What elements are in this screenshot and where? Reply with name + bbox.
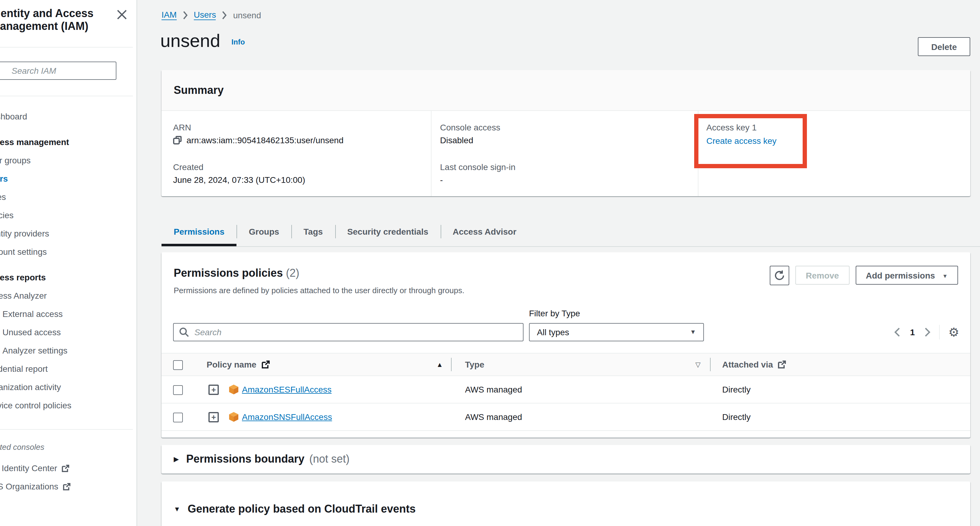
close-icon[interactable] <box>117 10 127 19</box>
column-header-policy-name[interactable]: Policy name <box>207 353 270 375</box>
tab-security-credentials[interactable]: Security credentials <box>335 218 440 246</box>
annotation-highlight: Access key 1 Create access key <box>694 114 807 168</box>
external-link-icon <box>62 482 70 490</box>
sidebar-item-unused-access[interactable]: Unused access <box>0 323 137 341</box>
type-filter-select[interactable]: All types ▼ <box>529 323 704 341</box>
created-label: Created <box>173 162 431 172</box>
sidebar-item-account-settings[interactable]: Account settings <box>0 243 137 261</box>
sidebar-search <box>0 62 116 80</box>
sidebar-item-users[interactable]: Users <box>0 170 137 188</box>
sort-ascending-icon[interactable]: ▲ <box>436 353 443 375</box>
select-all-checkbox[interactable] <box>173 360 183 370</box>
expand-right-icon[interactable]: ▶ <box>174 455 179 463</box>
generate-policy-title: Generate policy based on CloudTrail even… <box>188 502 416 515</box>
link-label: AWS Organizations <box>0 477 58 496</box>
summary-column-access-key: Access key 1 Create access key <box>698 111 970 196</box>
next-page-icon[interactable] <box>924 327 931 337</box>
sidebar-item-analyzer-settings[interactable]: Analyzer settings <box>0 341 137 360</box>
sidebar-item-organization-activity[interactable]: Organization activity <box>0 378 137 396</box>
policy-attached-via: Directly <box>722 404 751 430</box>
summary-body: ARN arn:aws:iam::905418462135:user/unsen… <box>162 111 970 196</box>
external-link-icon <box>62 464 70 472</box>
delete-button[interactable]: Delete <box>918 37 970 56</box>
sidebar-nav: Dashboard Access management User groups … <box>0 107 137 496</box>
info-link[interactable]: Info <box>232 38 245 46</box>
table-row: + AmazonSESFullAccess AWS managed Direct… <box>162 376 970 404</box>
permissions-boundary-status: (not set) <box>309 453 350 466</box>
type-filter-value: All types <box>537 327 569 337</box>
created-value: June 28, 2024, 07:33 (UTC+10:00) <box>173 175 431 185</box>
add-permissions-button[interactable]: Add permissions ▼ <box>855 266 958 284</box>
detail-tabs: Permissions Groups Tags Security credent… <box>162 218 980 247</box>
policy-link[interactable]: AmazonSNSFullAccess <box>242 404 332 430</box>
sidebar-item-roles[interactable]: Roles <box>0 188 137 206</box>
sort-none-icon[interactable]: ▽ <box>695 353 700 375</box>
sidebar-item-service-control-policies[interactable]: Service control policies <box>0 396 137 415</box>
sidebar-divider <box>0 96 133 96</box>
column-header-attached-via[interactable]: Attached via <box>722 353 786 375</box>
iam-console-page: Identity and Access Management (IAM) Das… <box>0 0 980 526</box>
remove-button[interactable]: Remove <box>795 266 849 284</box>
permissions-policies-title: Permissions policies <box>174 267 283 279</box>
tab-tags[interactable]: Tags <box>291 218 335 246</box>
console-access-label: Console access <box>440 122 698 132</box>
row-checkbox[interactable] <box>173 385 183 395</box>
column-divider <box>710 358 711 371</box>
breadcrumb-users[interactable]: Users <box>194 10 216 20</box>
sidebar-item-identity-providers[interactable]: Identity providers <box>0 224 137 243</box>
tab-permissions[interactable]: Permissions <box>162 218 237 246</box>
sidebar-item-user-groups[interactable]: User groups <box>0 151 137 170</box>
arn-label: ARN <box>173 122 431 132</box>
console-access-value: Disabled <box>440 135 698 145</box>
policies-table: Policy name ▲ Type ▽ Attached via <box>162 353 970 431</box>
sidebar-item-policies[interactable]: Policies <box>0 206 137 224</box>
sidebar-divider <box>0 429 133 430</box>
permissions-policies-card: Permissions policies (2) Permissions are… <box>162 252 970 438</box>
table-row: + AmazonSNSFullAccess AWS managed Direct… <box>162 404 970 431</box>
page-title: unsend <box>160 30 220 51</box>
policy-search <box>173 323 523 341</box>
expand-policy-icon[interactable]: + <box>208 412 219 423</box>
column-header-type[interactable]: Type <box>465 353 484 375</box>
add-permissions-label: Add permissions <box>866 270 935 280</box>
last-signin-label: Last console sign-in <box>440 162 698 172</box>
sidebar-section-access-reports[interactable]: Access reports <box>0 268 137 286</box>
sidebar-link-iam-identity-center[interactable]: IAM Identity Center <box>0 459 137 477</box>
collapse-down-icon[interactable]: ▼ <box>174 505 180 513</box>
sidebar-divider <box>0 47 133 48</box>
sidebar-item-external-access[interactable]: External access <box>0 305 137 323</box>
policy-search-input[interactable] <box>173 323 523 341</box>
generate-policy-card[interactable]: ▼ Generate policy based on CloudTrail ev… <box>162 482 970 526</box>
tab-access-advisor[interactable]: Access Advisor <box>441 218 529 246</box>
breadcrumb-current: unsend <box>233 10 261 20</box>
row-checkbox[interactable] <box>173 413 183 423</box>
sidebar-item-dashboard[interactable]: Dashboard <box>0 107 137 126</box>
breadcrumb-iam[interactable]: IAM <box>162 10 177 20</box>
search-icon <box>179 327 189 337</box>
search-iam-input[interactable] <box>0 62 116 80</box>
chevron-right-icon <box>183 11 188 19</box>
policy-attached-via: Directly <box>722 376 751 403</box>
sidebar-link-aws-organizations[interactable]: AWS Organizations <box>0 477 137 496</box>
permissions-boundary-card[interactable]: ▶ Permissions boundary (not set) <box>162 445 970 474</box>
sidebar-item-credential-report[interactable]: Credential report <box>0 360 137 378</box>
page-title-row: unsend Info <box>160 30 245 51</box>
create-access-key-link[interactable]: Create access key <box>706 136 776 146</box>
policy-link[interactable]: AmazonSESFullAccess <box>242 376 331 403</box>
previous-page-icon[interactable] <box>894 327 900 337</box>
settings-gear-icon[interactable]: ⚙ <box>948 326 959 338</box>
permissions-policies-count: (2) <box>286 267 299 279</box>
external-link-icon <box>778 360 786 369</box>
expand-policy-icon[interactable]: + <box>208 385 219 395</box>
sidebar-section-access-management[interactable]: Access management <box>0 133 137 151</box>
tab-groups[interactable]: Groups <box>237 218 292 246</box>
copy-icon[interactable] <box>173 136 181 145</box>
chevron-right-icon <box>222 11 227 19</box>
policy-type: AWS managed <box>465 404 522 430</box>
column-label: Policy name <box>207 353 256 375</box>
sidebar-title: Identity and Access Management (IAM) <box>0 7 120 33</box>
refresh-button[interactable] <box>770 266 789 285</box>
sidebar-item-access-analyzer[interactable]: Access Analyzer <box>0 286 137 305</box>
page-number[interactable]: 1 <box>910 327 915 337</box>
pagination: 1 ⚙ <box>894 323 959 341</box>
